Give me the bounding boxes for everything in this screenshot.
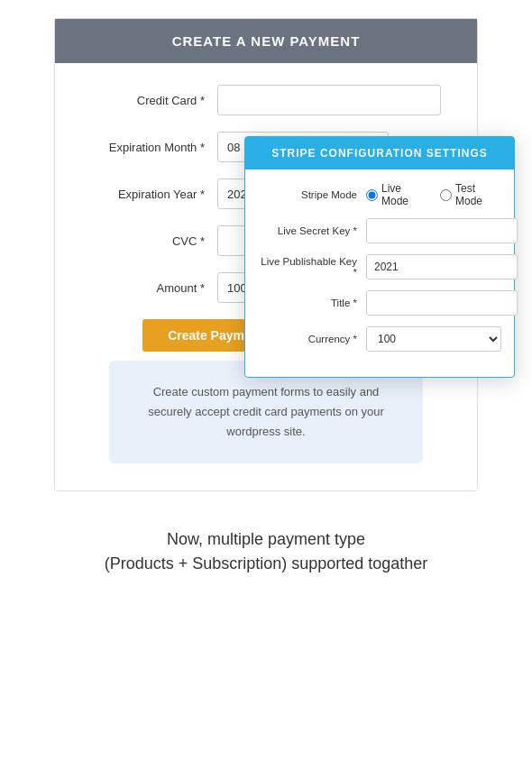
stripe-title-label: Title * — [258, 298, 366, 308]
stripe-title-row: Title * — [258, 290, 501, 316]
credit-card-row: Credit Card * — [91, 85, 441, 115]
stripe-currency-select[interactable]: 100 USD EUR — [366, 326, 501, 352]
live-secret-key-row: Live Secret Key * — [258, 218, 501, 243]
live-mode-radio[interactable] — [366, 189, 378, 201]
info-text: Create custom payment forms to easily an… — [148, 385, 384, 438]
bottom-text: Now, multiple payment type (Products + S… — [78, 527, 455, 576]
expiration-year-label: Expiration Year * — [91, 188, 217, 201]
live-mode-option[interactable]: Live Mode — [366, 182, 427, 207]
stripe-currency-label: Currency * — [258, 334, 366, 344]
live-publishable-key-label: Live Publishable Key * — [258, 256, 366, 278]
live-publishable-key-input[interactable] — [366, 254, 518, 279]
credit-card-label: Credit Card * — [91, 94, 217, 107]
test-mode-label: Test Mode — [455, 182, 501, 207]
stripe-mode-row: Stripe Mode Live Mode Test Mode — [258, 182, 501, 207]
expiration-month-label: Expiration Month * — [91, 141, 217, 154]
live-secret-key-input[interactable] — [366, 218, 518, 243]
stripe-mode-label: Stripe Mode — [258, 189, 366, 200]
page-title: CREATE A NEW PAYMENT — [172, 33, 361, 49]
test-mode-option[interactable]: Test Mode — [440, 182, 501, 207]
stripe-overlay-body: Stripe Mode Live Mode Test Mode Live Sec… — [245, 169, 514, 377]
live-publishable-key-row: Live Publishable Key * — [258, 254, 501, 279]
stripe-title-input[interactable] — [366, 290, 518, 316]
bottom-line1: Now, multiple payment type — [105, 527, 428, 552]
live-secret-key-label: Live Secret Key * — [258, 225, 366, 236]
live-mode-label: Live Mode — [381, 182, 427, 207]
stripe-overlay-header: STRIPE CONFIGURATION SETTINGS — [245, 137, 514, 169]
payment-card-header: CREATE A NEW PAYMENT — [55, 19, 477, 63]
mode-options: Live Mode Test Mode — [366, 182, 501, 207]
stripe-title: STRIPE CONFIGURATION SETTINGS — [271, 147, 487, 160]
credit-card-input[interactable] — [217, 85, 441, 115]
stripe-config-overlay: STRIPE CONFIGURATION SETTINGS Stripe Mod… — [244, 136, 515, 378]
amount-label: Amount * — [91, 281, 217, 295]
test-mode-radio[interactable] — [440, 189, 452, 201]
payment-card: CREATE A NEW PAYMENT Credit Card * Expir… — [54, 18, 478, 491]
bottom-line2: (Products + Subscription) supported toga… — [105, 552, 428, 576]
cvc-label: CVC * — [91, 234, 217, 248]
stripe-currency-row: Currency * 100 USD EUR — [258, 326, 501, 352]
